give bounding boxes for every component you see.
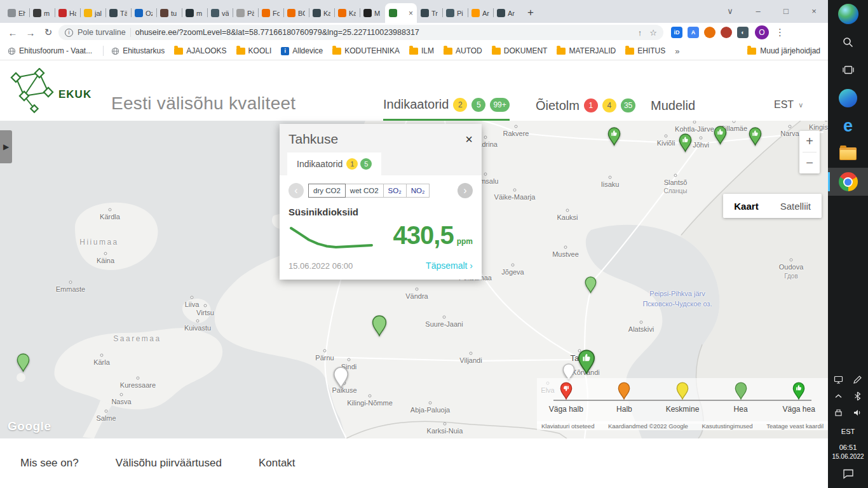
site-info-icon[interactable]: i xyxy=(65,29,73,37)
zoom-out-button[interactable]: − xyxy=(799,152,820,173)
bookmark-star-icon[interactable]: ☆ xyxy=(649,28,657,37)
browser-tab[interactable]: m xyxy=(182,3,207,23)
bookmark-item[interactable]: Ehitusfoorum - Vaat... xyxy=(8,46,92,55)
browser-tab[interactable]: Fc xyxy=(258,3,283,23)
browser-tab[interactable]: Pä xyxy=(233,3,258,23)
station-marker[interactable] xyxy=(749,127,762,149)
browser-tab[interactable]: Ka xyxy=(334,3,360,23)
nav-item-õietolm[interactable]: Õietolm1435 xyxy=(536,90,635,121)
attribution-item[interactable]: Klaviatuuri otseteed xyxy=(541,423,594,430)
station-marker[interactable] xyxy=(679,133,692,155)
map-type-satelliit-button[interactable]: Satelliit xyxy=(770,194,822,218)
browser-tab[interactable]: vä xyxy=(207,3,233,23)
volume-icon[interactable] xyxy=(850,405,866,420)
nav-item-indikaatorid[interactable]: Indikaatorid2599+ xyxy=(383,90,510,121)
bookmark-item[interactable]: DOKUMENT xyxy=(492,46,548,55)
ekuk-logo[interactable]: EKUK xyxy=(6,68,111,114)
address-bar[interactable]: i Pole turvaline ohuseire.ee/?zoomLevel=… xyxy=(58,25,663,40)
tab-close-icon[interactable]: × xyxy=(409,9,413,18)
task-view-icon[interactable] xyxy=(828,56,868,84)
back-button[interactable]: ← xyxy=(5,25,20,40)
reload-button[interactable]: ↻ xyxy=(41,25,56,40)
browser-tab[interactable]: tu xyxy=(156,3,182,23)
browser-tab[interactable]: BC xyxy=(283,3,309,23)
station-marker[interactable] xyxy=(372,315,387,339)
station-marker[interactable] xyxy=(585,276,597,296)
browser-tab[interactable]: Ar xyxy=(468,3,493,23)
browser-tab[interactable]: Ar xyxy=(493,3,519,23)
browser-menu-icon[interactable]: ⋮ xyxy=(775,27,785,38)
profile-avatar[interactable]: O xyxy=(755,25,769,39)
bookmark-item[interactable]: ILM xyxy=(409,46,434,55)
minimize-button[interactable]: – xyxy=(744,0,772,22)
browser-tab[interactable]: Tr xyxy=(417,3,442,23)
sidebar-expander[interactable]: ▶ xyxy=(0,130,12,163)
share-icon[interactable]: ↑ xyxy=(638,28,642,37)
pen-icon[interactable] xyxy=(850,372,866,387)
details-link[interactable]: Täpsemalt › xyxy=(426,261,473,271)
bookmarks-overflow-icon[interactable]: » xyxy=(675,46,679,56)
chrome-icon[interactable] xyxy=(828,168,868,196)
map-type-kaart-button[interactable]: Kaart xyxy=(723,194,769,218)
bookmark-item[interactable]: AUTOD xyxy=(444,46,482,55)
bookmark-item[interactable]: KOOLI xyxy=(236,46,272,55)
adblock-extension[interactable] xyxy=(704,27,715,38)
pollutant-button[interactable]: SO₂ xyxy=(383,184,407,198)
taskbar-clock[interactable]: 06:51 15.06.2022 xyxy=(832,443,864,461)
bookmark-item[interactable]: Ehitustarkus xyxy=(111,46,165,55)
browser-tab[interactable]: Ka xyxy=(309,3,334,23)
footer-link[interactable]: Mis see on? xyxy=(20,457,79,470)
attribution-item[interactable]: Teatage veast kaardil xyxy=(766,423,824,430)
attribution-item[interactable]: Kasutustingimused xyxy=(702,423,752,430)
close-button[interactable]: × xyxy=(800,0,828,22)
file-explorer-icon[interactable] xyxy=(828,140,868,168)
blocker-extension[interactable] xyxy=(721,27,732,38)
browser-tab[interactable]: jal xyxy=(80,3,105,23)
bookmark-item[interactable]: EHITUS xyxy=(625,46,665,55)
bookmark-item[interactable]: AJALOOKS xyxy=(174,46,226,55)
pollutant-button[interactable]: wet CO2 xyxy=(345,184,384,198)
prev-pollutant-button[interactable]: ‹ xyxy=(288,183,304,198)
popup-tab-indikaatorid[interactable]: Indikaatorid 15 xyxy=(287,152,381,175)
darkmode-extension[interactable]: ◐ xyxy=(737,27,749,38)
station-marker[interactable] xyxy=(607,127,621,149)
browser-tab[interactable]: Ha xyxy=(55,3,80,23)
nav-item-mudelid[interactable]: Mudelid xyxy=(651,90,695,121)
browser-tab[interactable]: Eh xyxy=(4,3,29,23)
browser-tab-active[interactable]: × xyxy=(385,3,417,23)
google-logo[interactable]: Google xyxy=(8,419,51,433)
edge-icon[interactable] xyxy=(828,84,868,112)
station-marker[interactable] xyxy=(17,353,30,375)
bluetooth-icon[interactable] xyxy=(850,389,866,403)
footer-link[interactable]: Kontakt xyxy=(259,457,295,470)
browser-tab[interactable]: Oz xyxy=(131,3,156,23)
station-marker[interactable] xyxy=(578,349,595,377)
maximize-button[interactable]: □ xyxy=(772,0,800,22)
browser-tab[interactable]: Tä xyxy=(105,3,131,23)
network-icon[interactable] xyxy=(831,405,847,420)
popup-close-icon[interactable]: × xyxy=(465,133,473,146)
browser-tab[interactable]: m xyxy=(29,3,55,23)
next-pollutant-button[interactable]: › xyxy=(458,183,473,198)
bookmark-item[interactable]: KODUTEHNIKA xyxy=(332,46,400,55)
pollutant-button[interactable]: NO₂ xyxy=(406,184,430,198)
pollutant-button[interactable]: dry CO2 xyxy=(308,184,346,198)
hidden-icons-chevron[interactable] xyxy=(831,389,847,403)
language-selector[interactable]: EST ∨ xyxy=(774,99,803,111)
other-bookmarks[interactable]: Muud järjehoidjad xyxy=(747,46,820,55)
footer-link[interactable]: Välisõhu piirväärtused xyxy=(116,457,222,470)
bookmark-item[interactable]: iAlldevice xyxy=(281,46,323,55)
browser-tab[interactable]: Pi xyxy=(442,3,468,23)
search-icon[interactable] xyxy=(828,28,868,56)
tab-search-icon[interactable]: ∨ xyxy=(716,0,744,22)
language-indicator[interactable]: EST xyxy=(841,428,855,435)
globe-app-icon[interactable] xyxy=(828,0,868,28)
zoom-in-button[interactable]: + xyxy=(799,131,820,152)
station-marker[interactable] xyxy=(714,126,727,147)
display-icon[interactable] xyxy=(831,372,847,387)
ie-icon[interactable]: e xyxy=(828,112,868,140)
notification-center-icon[interactable] xyxy=(843,469,854,482)
translate-extension[interactable]: A xyxy=(688,27,699,38)
browser-tab[interactable]: M xyxy=(360,3,385,23)
station-marker[interactable] xyxy=(333,367,349,391)
